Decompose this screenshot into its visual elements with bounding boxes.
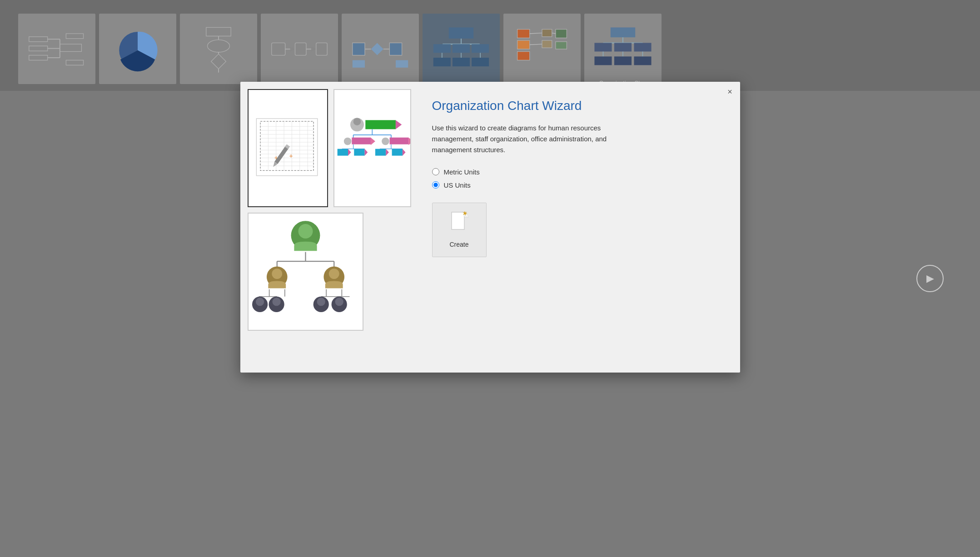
svg-line-52 bbox=[552, 33, 556, 33]
bg-thumb-3[interactable] bbox=[180, 14, 257, 84]
units-radio-group: Metric Units US Units bbox=[432, 168, 719, 189]
svg-marker-15 bbox=[211, 54, 226, 69]
us-units-option[interactable]: US Units bbox=[432, 181, 719, 189]
thumb-row-1: + + + bbox=[248, 89, 411, 207]
svg-rect-40 bbox=[433, 58, 451, 66]
left-panel: + + + bbox=[248, 89, 411, 365]
svg-rect-140 bbox=[452, 212, 464, 229]
svg-rect-41 bbox=[453, 58, 470, 66]
wizard-description: Use this wizard to create diagrams for h… bbox=[432, 123, 627, 155]
svg-rect-64 bbox=[634, 56, 651, 65]
create-button[interactable]: Create bbox=[432, 203, 487, 257]
svg-rect-63 bbox=[614, 56, 632, 65]
svg-point-98 bbox=[344, 138, 352, 145]
play-button[interactable]: ▶ bbox=[916, 265, 944, 292]
us-units-label: US Units bbox=[444, 181, 471, 189]
svg-rect-1 bbox=[29, 46, 48, 51]
bg-label-2 bbox=[99, 80, 176, 86]
svg-marker-22 bbox=[311, 46, 316, 51]
svg-rect-46 bbox=[542, 29, 552, 36]
template-thumb-3[interactable] bbox=[248, 213, 363, 331]
svg-marker-111 bbox=[365, 149, 368, 156]
svg-rect-34 bbox=[433, 44, 451, 53]
bg-label-1 bbox=[18, 80, 95, 86]
svg-rect-99 bbox=[352, 138, 371, 144]
svg-line-51 bbox=[530, 44, 542, 45]
metric-units-option[interactable]: Metric Units bbox=[432, 168, 719, 176]
svg-point-101 bbox=[382, 138, 389, 145]
svg-point-137 bbox=[317, 298, 325, 306]
create-button-label: Create bbox=[449, 241, 468, 248]
svg-rect-8 bbox=[66, 34, 83, 39]
svg-rect-24 bbox=[353, 43, 365, 55]
svg-rect-43 bbox=[517, 29, 530, 38]
svg-rect-31 bbox=[449, 27, 473, 38]
svg-rect-110 bbox=[354, 149, 364, 156]
svg-text:+: + bbox=[289, 152, 293, 159]
metric-units-label: Metric Units bbox=[444, 168, 480, 176]
svg-point-117 bbox=[298, 224, 313, 239]
bg-thumb-8[interactable] bbox=[584, 14, 662, 84]
svg-marker-113 bbox=[386, 149, 389, 156]
svg-marker-93 bbox=[396, 120, 402, 129]
svg-marker-19 bbox=[290, 46, 295, 51]
svg-point-133 bbox=[255, 298, 264, 306]
svg-rect-23 bbox=[316, 43, 327, 55]
bg-thumb-4[interactable] bbox=[261, 14, 338, 84]
svg-rect-35 bbox=[453, 44, 470, 53]
svg-rect-102 bbox=[390, 138, 409, 144]
svg-rect-56 bbox=[594, 43, 612, 51]
us-units-radio[interactable] bbox=[432, 181, 439, 189]
background-thumbnails bbox=[0, 0, 980, 91]
right-panel: Organization Chart Wizard Use this wizar… bbox=[418, 89, 733, 365]
svg-point-139 bbox=[335, 298, 343, 306]
bg-thumb-5[interactable] bbox=[342, 14, 419, 84]
svg-marker-100 bbox=[371, 138, 375, 145]
svg-rect-49 bbox=[556, 41, 567, 49]
svg-marker-115 bbox=[403, 149, 406, 156]
svg-rect-0 bbox=[29, 36, 48, 41]
svg-rect-29 bbox=[353, 60, 365, 67]
metric-units-radio[interactable] bbox=[432, 168, 439, 175]
svg-rect-11 bbox=[206, 27, 231, 36]
svg-rect-2 bbox=[29, 55, 48, 60]
svg-rect-53 bbox=[611, 27, 635, 37]
thumb-row-2 bbox=[248, 213, 411, 331]
template-thumb-1[interactable]: + + + bbox=[248, 89, 328, 207]
svg-rect-58 bbox=[634, 43, 651, 51]
bg-thumb-1[interactable] bbox=[18, 14, 95, 84]
svg-rect-42 bbox=[472, 58, 489, 66]
svg-point-91 bbox=[353, 118, 361, 125]
dialog-body: + + + bbox=[240, 82, 740, 373]
svg-rect-44 bbox=[517, 40, 530, 49]
svg-point-123 bbox=[272, 269, 282, 279]
svg-rect-20 bbox=[295, 43, 306, 55]
svg-rect-57 bbox=[614, 43, 632, 51]
svg-rect-112 bbox=[375, 149, 386, 156]
create-icon bbox=[450, 211, 469, 237]
svg-rect-47 bbox=[542, 40, 552, 47]
play-icon: ▶ bbox=[926, 273, 934, 284]
svg-marker-109 bbox=[348, 149, 351, 156]
bg-thumb-6[interactable] bbox=[423, 14, 500, 84]
svg-point-125 bbox=[328, 269, 339, 279]
svg-point-135 bbox=[272, 298, 280, 306]
svg-rect-17 bbox=[272, 43, 285, 55]
svg-rect-62 bbox=[594, 56, 612, 65]
bg-thumb-7[interactable] bbox=[503, 14, 581, 84]
template-thumb-2[interactable] bbox=[333, 89, 411, 207]
svg-line-50 bbox=[530, 33, 542, 33]
svg-rect-48 bbox=[556, 29, 567, 38]
svg-rect-92 bbox=[365, 120, 396, 129]
svg-point-13 bbox=[208, 40, 230, 52]
svg-rect-36 bbox=[472, 44, 489, 53]
wizard-title: Organization Chart Wizard bbox=[432, 98, 719, 114]
svg-marker-25 bbox=[371, 43, 383, 55]
svg-rect-108 bbox=[338, 149, 348, 156]
close-button[interactable]: × bbox=[724, 85, 736, 98]
svg-rect-28 bbox=[389, 43, 402, 55]
bg-thumb-2[interactable] bbox=[99, 14, 176, 84]
svg-rect-45 bbox=[517, 51, 530, 60]
svg-rect-9 bbox=[66, 60, 83, 65]
wizard-dialog: × bbox=[240, 82, 740, 373]
